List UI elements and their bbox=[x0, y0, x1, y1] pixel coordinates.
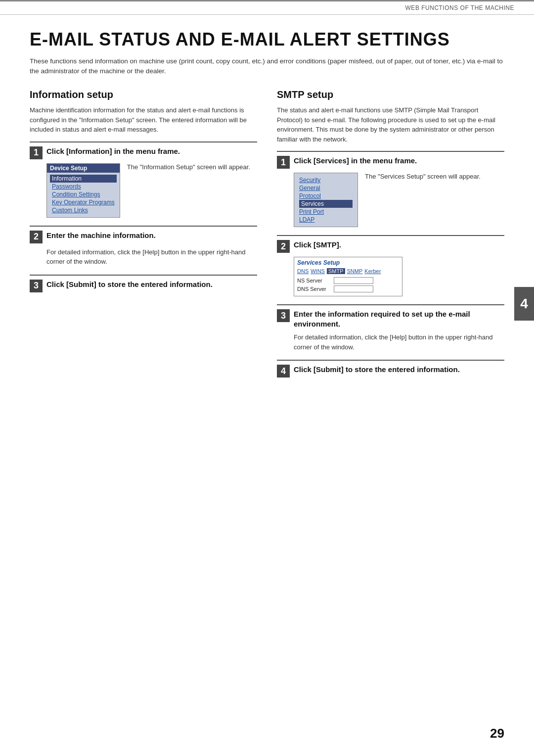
left-column: Information setup Machine identification… bbox=[30, 89, 257, 300]
right-step-2-title: Click [SMTP]. bbox=[294, 240, 341, 250]
right-step-1-header: 1 Click [Services] in the menu frame. bbox=[277, 156, 504, 169]
menu-item-services[interactable]: Services bbox=[299, 200, 353, 208]
right-step-3-title: Enter the information required to set up… bbox=[294, 309, 504, 329]
right-step-2-number: 2 bbox=[277, 240, 290, 253]
smtp-title: Services Setup bbox=[297, 259, 399, 266]
left-step-2-header: 2 Enter the machine information. bbox=[30, 231, 257, 243]
right-step-3-number: 3 bbox=[277, 309, 290, 322]
right-step-4-title: Click [Submit] to store the entered info… bbox=[294, 365, 460, 375]
menu-item-protocol[interactable]: Protocol bbox=[299, 192, 353, 200]
intro-text: These functions send information on mach… bbox=[30, 56, 504, 77]
left-step-1-number: 1 bbox=[30, 146, 43, 159]
right-section-desc: The status and alert e-mail functions us… bbox=[277, 105, 504, 144]
left-step-1: 1 Click [Information] in the menu frame.… bbox=[30, 142, 257, 218]
right-step-2-header: 2 Click [SMTP]. bbox=[277, 240, 504, 253]
smtp-screenshot: Services Setup DNS WINS SMTP SNMP Kerber bbox=[294, 257, 402, 296]
menu-item-condition-settings[interactable]: Condition Settings bbox=[52, 190, 115, 198]
menu-item-information[interactable]: Information bbox=[50, 175, 117, 183]
left-step-2-number: 2 bbox=[30, 231, 43, 243]
right-step-4-header: 4 Click [Submit] to store the entered in… bbox=[277, 365, 504, 378]
smtp-row-ns: NS Server bbox=[297, 277, 399, 284]
menu-item-custom-links[interactable]: Custom Links bbox=[52, 206, 115, 214]
smtp-ns-label: NS Server bbox=[297, 278, 332, 284]
right-step-3-header: 3 Enter the information required to set … bbox=[277, 309, 504, 329]
right-step-1-screenshot: Security General Protocol Services Print… bbox=[294, 173, 504, 227]
left-step-3-header: 3 Click [Submit] to store the entered in… bbox=[30, 280, 257, 292]
left-section-desc: Machine identification information for t… bbox=[30, 105, 257, 135]
left-step-3-number: 3 bbox=[30, 280, 43, 292]
left-step-1-content: Device Setup Information Passwords Condi… bbox=[46, 163, 257, 218]
right-step-1-caption: The "Services Setup" screen will appear. bbox=[365, 173, 481, 180]
menu-item-print-port[interactable]: Print Port bbox=[299, 208, 353, 216]
smtp-tab-snmp[interactable]: SNMP bbox=[347, 268, 363, 274]
right-step-3-desc: For detailed information, click the [Hel… bbox=[294, 332, 504, 352]
left-section-title: Information setup bbox=[30, 89, 257, 100]
right-step-4-number: 4 bbox=[277, 365, 290, 378]
left-step-2-desc: For detailed information, click the [Hel… bbox=[46, 247, 257, 267]
two-column-layout: Information setup Machine identification… bbox=[30, 89, 504, 385]
left-step-2: 2 Enter the machine information. For det… bbox=[30, 226, 257, 267]
smtp-dns-input[interactable] bbox=[334, 285, 373, 292]
smtp-tab-wins[interactable]: WINS bbox=[311, 268, 325, 274]
right-step-3: 3 Enter the information required to set … bbox=[277, 304, 504, 352]
menu-item-general[interactable]: General bbox=[299, 184, 353, 192]
menu-item-passwords[interactable]: Passwords bbox=[52, 183, 115, 190]
left-step-1-title: Click [Information] in the menu frame. bbox=[46, 146, 180, 156]
top-bar: WEB FUNCTIONS OF THE MACHINE bbox=[0, 0, 534, 15]
top-bar-label: WEB FUNCTIONS OF THE MACHINE bbox=[405, 4, 514, 11]
right-step-1-content: Security General Protocol Services Print… bbox=[294, 173, 504, 227]
page-title: E-MAIL STATUS AND E-MAIL ALERT SETTINGS bbox=[30, 30, 504, 49]
left-step-1-screenshot: Device Setup Information Passwords Condi… bbox=[46, 163, 257, 218]
smtp-row-dns: DNS Server bbox=[297, 285, 399, 292]
smtp-tab-dns[interactable]: DNS bbox=[297, 268, 309, 274]
left-step-3-title: Click [Submit] to store the entered info… bbox=[46, 280, 213, 289]
device-setup-menu: Device Setup Information Passwords Condi… bbox=[46, 163, 120, 218]
page-number: 29 bbox=[490, 726, 504, 741]
smtp-tabs: DNS WINS SMTP SNMP Kerber bbox=[297, 268, 399, 274]
right-column: SMTP setup The status and alert e-mail f… bbox=[277, 89, 504, 385]
menu-item-ldap[interactable]: LDAP bbox=[299, 216, 353, 224]
page-content: E-MAIL STATUS AND E-MAIL ALERT SETTINGS … bbox=[0, 15, 534, 415]
smtp-tab-kerber[interactable]: Kerber bbox=[364, 268, 381, 274]
left-step-1-header: 1 Click [Information] in the menu frame. bbox=[30, 146, 257, 159]
smtp-tab-smtp[interactable]: SMTP bbox=[327, 268, 345, 274]
menu-item-key-operator[interactable]: Key Operator Programs bbox=[52, 198, 115, 206]
right-section-title: SMTP setup bbox=[277, 89, 504, 100]
menu-item-security[interactable]: Security bbox=[299, 176, 353, 184]
right-step-1: 1 Click [Services] in the menu frame. Se… bbox=[277, 151, 504, 227]
smtp-ns-input[interactable] bbox=[334, 277, 373, 284]
menu-header: Device Setup bbox=[47, 164, 120, 173]
right-step-2: 2 Click [SMTP]. Services Setup DNS WINS … bbox=[277, 235, 504, 296]
smtp-dns-label: DNS Server bbox=[297, 286, 332, 292]
right-step-3-content: For detailed information, click the [Hel… bbox=[294, 332, 504, 352]
left-step-3: 3 Click [Submit] to store the entered in… bbox=[30, 275, 257, 292]
right-step-4: 4 Click [Submit] to store the entered in… bbox=[277, 360, 504, 378]
left-step-2-title: Enter the machine information. bbox=[46, 231, 156, 240]
left-step-1-caption: The "Information Setup" screen will appe… bbox=[127, 163, 250, 171]
side-tab-4: 4 bbox=[514, 287, 534, 321]
right-step-1-title: Click [Services] in the menu frame. bbox=[294, 156, 417, 166]
left-step-2-content: For detailed information, click the [Hel… bbox=[46, 247, 257, 267]
services-menu: Security General Protocol Services Print… bbox=[294, 173, 358, 227]
right-step-2-content: Services Setup DNS WINS SMTP SNMP Kerber bbox=[294, 257, 504, 296]
right-step-1-number: 1 bbox=[277, 156, 290, 169]
